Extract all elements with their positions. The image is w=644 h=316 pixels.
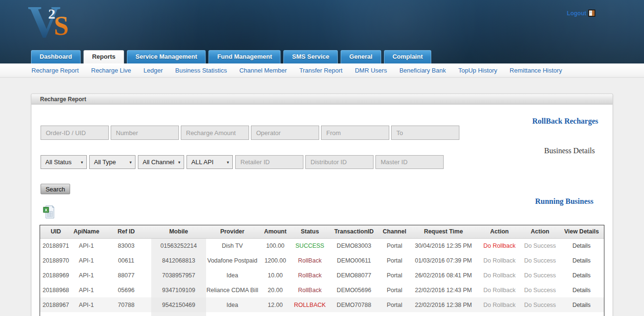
table-row: 20188968API-1056969347109109Reliance CDM…: [40, 283, 604, 297]
filter-input-operator[interactable]: [251, 126, 319, 140]
select-value-all-status: All Status: [45, 158, 72, 166]
table-row: 20188966API-1059129542150469Idea10.00Rol…: [40, 312, 604, 316]
filter-input-number[interactable]: [111, 126, 179, 140]
table-row: 20188971API-18300301563252214Dish TV100.…: [40, 238, 604, 253]
cell-transaction-id: DEMO88077: [328, 268, 380, 283]
running-business-link[interactable]: Running Business: [535, 197, 593, 206]
details-link[interactable]: Details: [559, 253, 604, 268]
details-link[interactable]: Details: [559, 297, 604, 312]
details-link[interactable]: Details: [559, 238, 604, 253]
do-success-link[interactable]: Do Success: [521, 238, 559, 253]
cell-request-time: 01/03/2016 07:39 PM: [409, 253, 478, 268]
select-value-all-type: All Type: [94, 158, 116, 166]
do-rollback-link[interactable]: Do Rollback: [478, 268, 521, 283]
do-success-link[interactable]: Do Success: [521, 297, 559, 312]
cell-transaction-id: DEMO05912: [328, 312, 380, 316]
cell-mobile: 9347109109: [151, 283, 206, 297]
cell-provider: Idea: [206, 297, 259, 312]
search-button[interactable]: Search: [41, 184, 70, 194]
filter-input-master-id[interactable]: [375, 155, 444, 169]
tab-sms-service[interactable]: SMS Service: [283, 50, 338, 63]
cell-status: ROLLBACK: [292, 297, 328, 312]
details-link[interactable]: Details: [559, 312, 604, 316]
cell-mobile: 8412068813: [151, 253, 206, 268]
table-header-row: UIDApiNameRef IDMobileProviderAmountStat…: [40, 225, 604, 238]
col-view-details: View Details: [559, 225, 604, 238]
cell-provider: Idea: [206, 268, 259, 283]
subnav-remittance-history[interactable]: Remittance History: [509, 67, 562, 74]
filter-input-from[interactable]: [321, 126, 389, 140]
filter-input-retailer-id[interactable]: [235, 155, 303, 169]
tab-fund-management[interactable]: Fund Management: [208, 50, 280, 63]
cell-request-time: 30/04/2016 12:35 PM: [409, 238, 478, 253]
filter-select-all-status[interactable]: All Status▾: [41, 155, 87, 169]
logo-letter-s: S: [54, 12, 69, 39]
cell-api-name: API-1: [72, 312, 101, 316]
panel-body: RollBack Recharges Business Details Runn…: [31, 105, 613, 316]
details-link[interactable]: Details: [559, 268, 604, 283]
col-channel: Channel: [380, 225, 409, 238]
cell-uid: 20188970: [40, 253, 72, 268]
do-rollback-link[interactable]: Do Rollback: [478, 283, 521, 297]
logout-icon: [588, 10, 595, 17]
subnav-channel-member[interactable]: Channel Member: [239, 67, 287, 74]
filter-select-all-type[interactable]: All Type▾: [89, 155, 135, 169]
col-api-name: ApiName: [72, 225, 101, 238]
rollback-recharges-link[interactable]: RollBack Recharges: [532, 117, 598, 126]
do-success-link[interactable]: Do Success: [521, 312, 559, 316]
filter-input-to[interactable]: [391, 126, 459, 140]
subnav-business-statistics[interactable]: Business Statistics: [175, 67, 227, 74]
logout-link[interactable]: Logout: [567, 10, 595, 17]
do-rollback-link[interactable]: Do Rollback: [478, 253, 521, 268]
cell-api-name: API-1: [72, 253, 101, 268]
panel-title: Recharge Report: [31, 94, 613, 105]
details-link[interactable]: Details: [559, 283, 604, 297]
col-status: Status: [292, 225, 328, 238]
tab-dashboard[interactable]: Dashboard: [31, 50, 81, 63]
tab-general[interactable]: General: [341, 50, 381, 63]
subnav-dmr-users[interactable]: DMR Users: [355, 67, 387, 74]
do-rollback-link[interactable]: Do Rollback: [478, 297, 521, 312]
cell-provider: Reliance CDMA Bill: [206, 283, 259, 297]
do-success-link[interactable]: Do Success: [521, 283, 559, 297]
chevron-down-icon: ▾: [227, 160, 229, 165]
subnav-beneficiary-bank[interactable]: Beneficiary Bank: [399, 67, 446, 74]
table-row: 20188967API-1707889542150469Idea12.00ROL…: [40, 297, 604, 312]
select-value-all-api: ALL API: [191, 158, 214, 166]
cell-channel: Portal: [380, 253, 409, 268]
svg-text:X: X: [44, 208, 47, 212]
filter-select-all-api[interactable]: ALL API▾: [187, 155, 233, 169]
cell-amount: 1200.00: [259, 253, 292, 268]
do-success-link[interactable]: Do Success: [521, 268, 559, 283]
do-rollback-link[interactable]: Do Rollback: [478, 238, 521, 253]
header-banner: V 2 S Logout DashboardReportsService Man…: [0, 0, 644, 63]
filter-input-order-id-uid[interactable]: [41, 126, 109, 140]
col-request-time: Request Time: [409, 225, 478, 238]
cell-ref-id: 05696: [101, 283, 151, 297]
cell-status: RollBack: [292, 312, 328, 316]
cell-channel: Portal: [380, 238, 409, 253]
cell-transaction-id: DEMO83003: [328, 238, 380, 253]
do-rollback-link[interactable]: Do Rollback: [478, 312, 521, 316]
cell-ref-id: 00611: [101, 253, 151, 268]
do-success-link[interactable]: Do Success: [521, 253, 559, 268]
tab-reports[interactable]: Reports: [83, 50, 124, 63]
export-excel-button[interactable]: X: [43, 205, 54, 221]
tab-complaint[interactable]: Complaint: [384, 50, 432, 63]
subnav-topup-history[interactable]: TopUp History: [458, 67, 498, 74]
cell-amount: 20.00: [259, 283, 292, 297]
cell-transaction-id: DEMO00611: [328, 253, 380, 268]
col-action-rollback: Action: [478, 225, 521, 238]
cell-ref-id: 05912: [101, 312, 151, 316]
filter-input-recharge-amount[interactable]: [181, 126, 249, 140]
tab-service-management[interactable]: Service Management: [127, 50, 206, 63]
subnav-ledger[interactable]: Ledger: [144, 67, 163, 74]
cell-amount: 10.00: [259, 312, 292, 316]
cell-status: RollBack: [292, 268, 328, 283]
subnav-recharge-live[interactable]: Recharge Live: [91, 67, 131, 74]
filter-select-all-channel[interactable]: All Channel▾: [138, 155, 184, 169]
filter-input-distributor-id[interactable]: [305, 155, 374, 169]
subnav-recharge-report[interactable]: Recharge Report: [31, 67, 79, 74]
subnav-transfer-report[interactable]: Transfer Report: [299, 67, 343, 74]
recharge-report-panel: Recharge Report RollBack Recharges Busin…: [31, 94, 613, 316]
